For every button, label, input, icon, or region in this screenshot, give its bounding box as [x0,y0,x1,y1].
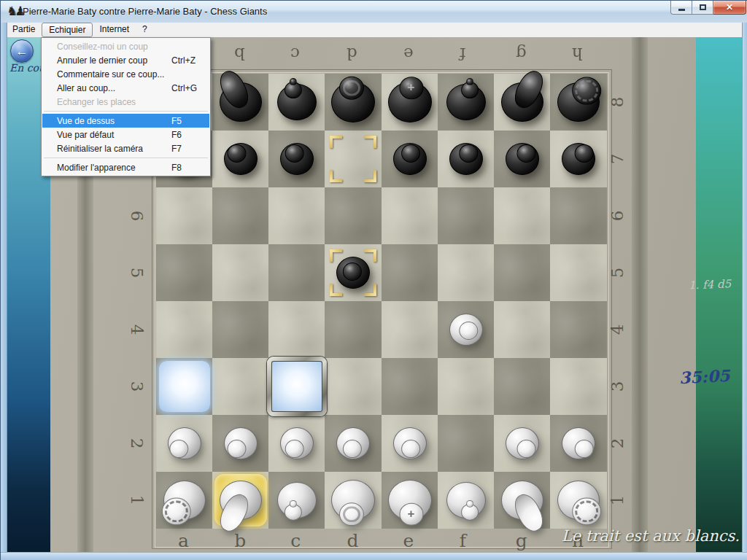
square-g5[interactable] [494,244,551,301]
highlight-last-move-corner-marker-d7[interactable] [330,136,376,182]
highlight-legal-move-glow-a3[interactable] [159,361,210,412]
white-pawn-e2[interactable] [382,415,438,472]
highlight-legal-move-target-c3[interactable] [267,357,327,416]
square-e5[interactable] [382,244,438,301]
white-pawn-f4[interactable] [438,301,495,358]
square-f3[interactable] [438,358,495,415]
menubar-item-internet[interactable]: Internet [93,23,136,37]
rank-label-right-2: 2 [608,438,627,449]
square-b3[interactable] [212,358,269,415]
square-d6[interactable] [325,187,382,244]
minimize-icon [678,9,685,11]
black-pawn-d5[interactable] [325,244,382,301]
black-pawn-g7[interactable] [494,131,551,187]
white-pawn-a2[interactable] [156,415,213,472]
square-a5[interactable] [156,244,213,301]
square-h5[interactable] [550,244,607,301]
white-bishop-c1[interactable] [268,472,325,529]
piece-head [339,502,364,526]
menu-item-modifier-l-apparence[interactable]: Modifier l'apparenceF8 [42,160,209,174]
menu-item-vue-par-defaut[interactable]: Vue par défautF6 [42,128,209,141]
white-knight-b1[interactable] [212,472,269,529]
menu-item-label: Réinitialiser la caméra [57,144,171,154]
minimize-button[interactable] [670,1,692,15]
piece-head [228,144,247,163]
menu-item-vue-de-dessus[interactable]: Vue de dessusF5 [42,114,209,128]
white-pawn-g2[interactable] [494,415,551,472]
square-g6[interactable] [494,187,551,244]
square-f5[interactable] [438,244,495,301]
square-e4[interactable] [382,301,438,358]
black-king-e8[interactable] [382,74,438,131]
black-bishop-c8[interactable] [268,74,325,131]
menubar-item-echiquier[interactable]: Echiquier [42,23,93,37]
square-g3[interactable] [494,358,551,415]
square-c5[interactable] [268,244,325,301]
piece-head [461,82,479,98]
file-label-top-e: e [403,44,414,63]
square-h4[interactable] [550,301,607,358]
square-c4[interactable] [268,301,325,358]
square-d4[interactable] [325,301,382,358]
square-d3[interactable] [325,358,382,415]
square-b4[interactable] [212,301,269,358]
black-rook-h8[interactable] [550,74,607,131]
square-e3[interactable] [382,358,438,415]
black-knight-g8[interactable] [494,74,551,131]
black-pawn-c7[interactable] [268,131,325,187]
black-queen-d8[interactable] [325,74,382,131]
white-rook-a1[interactable] [156,472,213,529]
menu-item-annuler-le-dernier-coup[interactable]: Annuler le dernier coupCtrl+Z [42,53,209,67]
piece-head [169,440,188,458]
back-button[interactable]: ← [10,39,34,63]
square-a4[interactable] [156,301,213,358]
piece-head [343,440,362,458]
square-a6[interactable] [156,187,213,244]
white-queen-d1[interactable] [325,472,382,529]
piece-head [285,440,304,458]
black-bishop-f8[interactable] [438,74,495,131]
piece-head [401,440,420,458]
piece-head [339,77,364,100]
menu-item-aller-au-coup[interactable]: Aller au coup...Ctrl+G [42,81,209,95]
last-move-corner-tr [364,136,376,148]
white-pawn-d2[interactable] [325,415,382,472]
square-g4[interactable] [494,301,551,358]
square-h6[interactable] [550,187,607,244]
black-pawn-h7[interactable] [550,131,607,187]
square-c6[interactable] [268,187,325,244]
menu-item-label: Commentaire sur ce coup... [57,69,171,79]
menu-item-shortcut: Ctrl+Z [171,55,205,66]
title-bar[interactable]: ♞♟ Pierre-Marie Baty contre Pierre-Marie… [1,1,747,23]
rank-label-right-6: 6 [608,211,627,222]
square-f2[interactable] [438,415,495,472]
piece-head [162,497,191,525]
square-f6[interactable] [438,187,495,244]
black-pawn-e7[interactable] [382,131,438,187]
close-button[interactable]: ✕ [713,1,746,15]
menubar-item-partie[interactable]: Partie [6,23,42,37]
black-knight-b8[interactable] [212,74,269,131]
white-king-e1[interactable] [382,472,438,529]
maximize-button[interactable] [692,1,713,15]
white-bishop-f1[interactable] [438,472,495,529]
white-pawn-h2[interactable] [550,415,607,472]
menu-item-conseillez-moi-un-coup[interactable]: Conseillez-moi un coup [42,39,209,53]
white-pawn-c2[interactable] [268,415,325,472]
menu-item-reinitialiser-la-camera[interactable]: Réinitialiser la caméraF7 [42,141,209,155]
back-arrow-icon: ← [16,45,28,58]
white-rook-h1[interactable] [550,472,607,529]
black-pawn-f7[interactable] [438,131,495,187]
menu-item-echanger-les-places[interactable]: Echanger les places [42,95,209,109]
white-pawn-b2[interactable] [212,415,269,472]
black-pawn-b7[interactable] [212,131,269,187]
white-knight-g1[interactable] [494,472,551,529]
square-b6[interactable] [212,187,269,244]
menu-item-commentaire-sur-ce-coup[interactable]: Commentaire sur ce coup... [42,67,209,81]
menubar-item-aide[interactable]: ? [136,23,154,37]
square-h3[interactable] [550,358,607,415]
file-label-top-f: f [460,44,466,63]
square-b5[interactable] [212,244,269,301]
square-e6[interactable] [382,187,438,244]
menu-item-label: Conseillez-moi un coup [57,42,171,52]
